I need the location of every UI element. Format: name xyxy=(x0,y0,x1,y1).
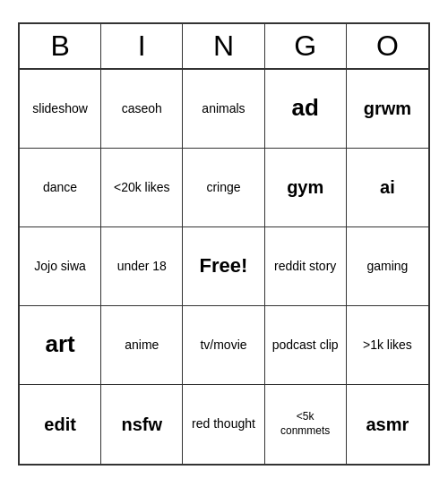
bingo-cell[interactable]: art xyxy=(20,306,101,385)
bingo-cell[interactable]: nsfw xyxy=(101,385,183,464)
bingo-grid: slideshowcaseohanimalsadgrwmdance<20k li… xyxy=(20,70,428,464)
bingo-cell[interactable]: ad xyxy=(265,70,347,149)
bingo-cell[interactable]: asmr xyxy=(347,385,428,464)
header-letter: N xyxy=(183,24,264,68)
bingo-cell[interactable]: reddit story xyxy=(265,227,347,306)
bingo-card: BINGO slideshowcaseohanimalsadgrwmdance<… xyxy=(18,22,430,466)
header-letter: O xyxy=(347,24,428,68)
bingo-cell[interactable]: gym xyxy=(265,149,347,227)
bingo-cell[interactable]: under 18 xyxy=(101,227,183,306)
bingo-header: BINGO xyxy=(20,24,428,70)
bingo-cell[interactable]: edit xyxy=(20,385,101,464)
bingo-cell[interactable]: >1k likes xyxy=(347,306,428,385)
bingo-cell[interactable]: <20k likes xyxy=(101,149,183,227)
bingo-cell[interactable]: <5k conmmets xyxy=(265,385,347,464)
bingo-cell[interactable]: slideshow xyxy=(20,70,101,149)
bingo-cell[interactable]: podcast clip xyxy=(265,306,347,385)
bingo-cell[interactable]: ai xyxy=(347,149,428,227)
bingo-cell[interactable]: tv/movie xyxy=(183,306,264,385)
bingo-cell[interactable]: gaming xyxy=(347,227,428,306)
bingo-cell[interactable]: Jojo siwa xyxy=(20,227,101,306)
bingo-cell[interactable]: anime xyxy=(101,306,183,385)
bingo-cell[interactable]: caseoh xyxy=(101,70,183,149)
bingo-cell[interactable]: cringe xyxy=(183,149,264,227)
bingo-cell[interactable]: red thought xyxy=(183,385,264,464)
bingo-cell[interactable]: dance xyxy=(20,149,101,227)
bingo-cell[interactable]: animals xyxy=(183,70,264,149)
bingo-cell[interactable]: grwm xyxy=(347,70,428,149)
header-letter: I xyxy=(101,24,183,68)
header-letter: G xyxy=(265,24,347,68)
header-letter: B xyxy=(20,24,101,68)
bingo-cell[interactable]: Free! xyxy=(183,227,264,306)
